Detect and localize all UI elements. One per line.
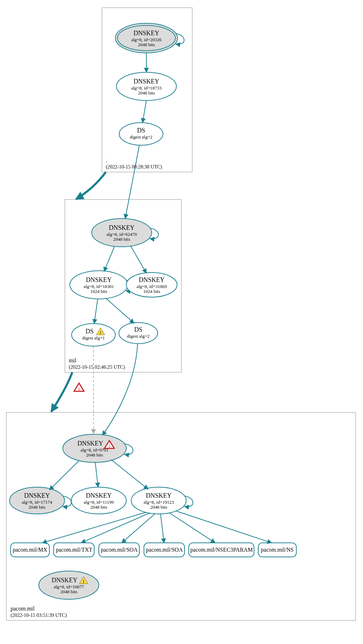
edge-milksk-milzsk1 [104, 246, 115, 271]
svg-text:2048 bits: 2048 bits [86, 452, 103, 458]
zone-pacom-label: pacom.mil [11, 606, 35, 612]
svg-text:DNSKEY: DNSKEY [109, 224, 134, 231]
edge-rootzsk-rootds [143, 100, 146, 123]
svg-text:2048 bits: 2048 bits [150, 504, 167, 510]
svg-text:1024 bits: 1024 bits [90, 289, 107, 294]
node-root-zsk: DNSKEY alg=8, id=18733 2048 bits [116, 72, 176, 100]
svg-text:alg=8, id=20326: alg=8, id=20326 [131, 37, 162, 42]
svg-text:DNSKEY: DNSKEY [133, 78, 159, 85]
edge-k4-r5 [169, 513, 215, 543]
node-mil-ds1: DS digest alg=1 ! [72, 324, 115, 346]
svg-text:DNSKEY: DNSKEY [24, 492, 50, 499]
svg-text:DS: DS [85, 328, 93, 335]
svg-text:DNSKEY: DNSKEY [146, 492, 171, 499]
svg-text:pacom.mil/NSEC3PARAM: pacom.mil/NSEC3PARAM [190, 547, 253, 553]
zone-pacom-timestamp: (2022-10-15 03:51:39 UTC) [11, 613, 67, 618]
edge-k4-r1 [42, 512, 146, 543]
svg-text:alg=8, id=19123: alg=8, id=19123 [144, 499, 174, 505]
svg-text:DNSKEY: DNSKEY [139, 276, 164, 283]
svg-text:alg=8, id=18301: alg=8, id=18301 [84, 284, 114, 289]
edge-k4-r4 [161, 514, 164, 543]
edge-packsk-k3 [95, 462, 98, 487]
svg-text:digest alg=2: digest alg=2 [127, 333, 150, 339]
node-pacom-k4: DNSKEY alg=8, id=19123 2048 bits [131, 487, 193, 514]
node-root-ksk: DNSKEY alg=8, id=20326 2048 bits [115, 23, 184, 53]
svg-text:DS: DS [134, 326, 142, 333]
edge-milzsk1-milds2 [106, 298, 134, 323]
svg-text:alg=8, id=18733: alg=8, id=18733 [131, 85, 162, 91]
svg-text:alg=8, id=16877: alg=8, id=16877 [54, 584, 84, 589]
edge-packsk-k4 [111, 460, 148, 489]
svg-text:2048 bits: 2048 bits [113, 237, 130, 242]
svg-text:2048 bits: 2048 bits [60, 589, 77, 594]
svg-text:!: ! [78, 387, 80, 392]
svg-text:DNSKEY: DNSKEY [77, 440, 103, 447]
svg-text:pacom.mil/MX: pacom.mil/MX [13, 547, 48, 553]
svg-text:pacom.mil/TXT: pacom.mil/TXT [56, 547, 92, 553]
svg-point-26 [72, 324, 115, 346]
svg-text:alg=8, id=11199: alg=8, id=11199 [84, 499, 114, 505]
svg-text:digest alg=2: digest alg=2 [130, 134, 152, 140]
node-pacom-ksk: DNSKEY alg=8, id=9701 2048 bits ! [63, 434, 133, 462]
zone-mil-label: mil [69, 357, 77, 363]
svg-text:1024 bits: 1024 bits [143, 289, 160, 294]
record-rects: pacom.mil/MX pacom.mil/TXT pacom.mil/SOA… [11, 543, 296, 557]
svg-text:!: ! [109, 444, 110, 449]
svg-point-10 [119, 123, 163, 145]
node-mil-ksk: DNSKEY alg=8, id=62470 2048 bits [92, 219, 158, 247]
svg-text:2048 bits: 2048 bits [90, 504, 107, 510]
node-pacom-k3: DNSKEY alg=8, id=11199 2048 bits [71, 487, 126, 514]
edge-milzsk1-milds1 [94, 299, 98, 324]
svg-text:DNSKEY: DNSKEY [52, 577, 77, 584]
svg-text:digest alg=1: digest alg=1 [82, 335, 105, 341]
node-mil-zsk2: DNSKEY alg=8, id=31869 1024 bits [126, 272, 177, 297]
dnssec-graph: . (2022-10-15 00:28:38 UTC) DNSKEY alg=8… [0, 0, 363, 644]
svg-text:DNSKEY: DNSKEY [133, 30, 159, 37]
svg-text:!: ! [83, 579, 84, 584]
svg-text:pacom.mil/SOA: pacom.mil/SOA [146, 547, 183, 553]
node-root-ds: DS digest alg=2 [119, 123, 163, 145]
svg-text:DS: DS [137, 127, 145, 134]
zone-root-timestamp: (2022-10-15 00:28:38 UTC) [106, 164, 162, 170]
edge-zone-mil-to-pacom [51, 372, 72, 412]
svg-text:DNSKEY: DNSKEY [86, 492, 111, 499]
edge-rootds-milksk [125, 145, 139, 219]
edge-milksk-milzsk2 [131, 246, 146, 273]
edge-packsk-k2 [49, 460, 79, 490]
error-icon: ! [74, 383, 84, 392]
svg-text:pacom.mil/SOA: pacom.mil/SOA [101, 547, 138, 553]
svg-text:DNSKEY: DNSKEY [86, 276, 111, 283]
edge-zone-root-to-mil [76, 172, 106, 199]
svg-point-30 [119, 323, 158, 344]
svg-text:2048 bits: 2048 bits [138, 42, 155, 47]
svg-text:alg=8, id=31869: alg=8, id=31869 [137, 284, 167, 289]
node-mil-ds2: DS digest alg=2 [119, 323, 158, 344]
svg-text:!: ! [100, 330, 101, 335]
svg-text:alg=8, id=17174: alg=8, id=17174 [22, 499, 53, 505]
node-pacom-k2: DNSKEY alg=8, id=17174 2048 bits [10, 487, 71, 514]
svg-text:2048 bits: 2048 bits [138, 90, 155, 96]
edge-milds2-pacomksk [102, 344, 138, 435]
zone-mil-timestamp: (2022-10-15 02:46:25 UTC) [69, 364, 125, 370]
node-pacom-k5: DNSKEY alg=8, id=16877 2048 bits ! [39, 571, 99, 599]
svg-text:alg=8, id=62470: alg=8, id=62470 [107, 232, 137, 237]
zone-root-label: . [106, 157, 107, 163]
edge-k4-r2 [81, 513, 150, 543]
node-mil-zsk1: DNSKEY alg=8, id=18301 1024 bits [70, 271, 134, 299]
svg-text:pacom.mil/NS: pacom.mil/NS [261, 547, 294, 553]
svg-text:2048 bits: 2048 bits [29, 504, 46, 510]
